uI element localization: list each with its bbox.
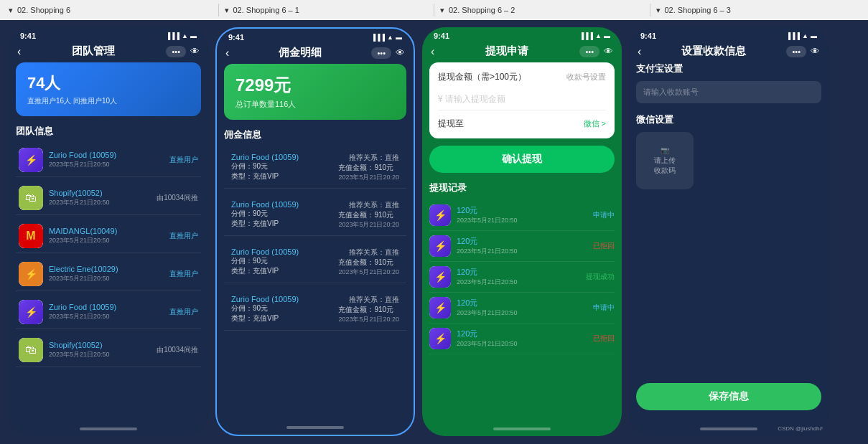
team-info-3: MAIDANGL(10049) 2023年5月21日20:50 xyxy=(49,227,164,245)
mcd-logo: M xyxy=(19,224,43,248)
wr-icon-1: ⚡ xyxy=(429,204,451,226)
team-item-6: 🛍 Shopify(10052) 2023年5月21日20:50 由10034间… xyxy=(16,334,201,367)
comm-d1-2: 分佣：90元 xyxy=(231,209,268,219)
team-date-3: 2023年5月21日20:50 xyxy=(49,236,164,245)
wechat-upload-button[interactable]: 📷 请上传 收款码 xyxy=(636,132,694,189)
chevron-icon-2: ▾ xyxy=(225,6,229,15)
zurio-wr-2: ⚡ xyxy=(429,235,451,257)
withdraw-label: 提现金额（需>100元） xyxy=(438,71,526,83)
comm-relation-4: 推荐关系：直推 xyxy=(338,295,399,305)
account-link[interactable]: 收款号设置 xyxy=(566,72,606,82)
withdraw-to: 提现至 微信 > xyxy=(438,118,606,130)
topbar-label-4: 02. Shopping 6 – 3 xyxy=(665,6,731,14)
comm-type-3: 类型：充值VIP xyxy=(231,266,279,276)
comm-left-1: Zurio Food (10059) 分佣：90元 类型：充值VIP xyxy=(231,153,299,181)
upload-icon: 📷 xyxy=(661,146,669,156)
comm-relation-2: 推荐关系：直推 xyxy=(338,200,399,210)
more-button-4[interactable]: ••• xyxy=(786,46,806,57)
comm-date-4: 2023年5月21日20:20 xyxy=(338,315,399,324)
team-date-5: 2023年5月21日20:50 xyxy=(49,312,164,321)
wr-item-4: ⚡ 120元 2023年5月21日20:50 申请中 xyxy=(429,293,615,323)
shopify-logo-1: 🛍 xyxy=(19,186,43,210)
team-tag-5: 直推用户 xyxy=(169,307,198,317)
comm-charge-3: 充值金额：910元 xyxy=(338,258,399,268)
comm-amount-1: 充值金额：910元 xyxy=(338,163,393,173)
more-button-3[interactable]: ••• xyxy=(579,46,599,57)
hero-order: 总订单数量116人 xyxy=(235,99,395,110)
comm-date-3: 2023年5月21日20:20 xyxy=(338,268,399,277)
team-tag-3: 直推用户 xyxy=(169,231,198,241)
comm-details-4b: 类型：充值VIP xyxy=(231,313,299,323)
team-name-3: MAIDANGL(10049) xyxy=(49,227,164,235)
wifi-icon-2: ▲ xyxy=(387,34,393,41)
comm-right-2: 推荐关系：直推 充值金额：910元 2023年5月21日20:20 xyxy=(338,200,399,230)
confirm-withdraw-button[interactable]: 确认提现 xyxy=(429,146,615,173)
wr-amount-1: 120元 xyxy=(457,205,587,216)
nav-actions-1: ••• 👁 xyxy=(166,46,200,57)
wechat-section: 微信设置 📷 请上传 收款码 xyxy=(636,113,821,189)
comm-relation-3: 推荐关系：直推 xyxy=(338,247,399,258)
zurio-wr-3: ⚡ xyxy=(429,266,451,288)
battery-icon-3: ▬ xyxy=(604,32,610,39)
team-item-4: ⚡ Electric Ene(10029) 2023年5月21日20:50 直推… xyxy=(16,258,201,291)
team-name-5: Zurio Food (10059) xyxy=(49,303,164,311)
wr-status-4: 申请中 xyxy=(593,303,615,313)
team-name-1: Zurio Food (10059) xyxy=(49,151,164,159)
nav-bar-4: ‹ 设置收款信息 ••• 👁 xyxy=(629,42,829,62)
alipay-input[interactable]: 请输入收款账号 xyxy=(636,81,821,103)
battery-icon-4: ▬ xyxy=(811,32,817,39)
team-icon-shopify-1: 🛍 xyxy=(19,186,43,210)
signal-icon: ▐▐▐ xyxy=(166,32,179,39)
signal-icon-3: ▐▐▐ xyxy=(579,32,593,39)
eye-button-2[interactable]: 👁 xyxy=(396,47,405,58)
nav-title-1: 团队管理 xyxy=(21,44,166,58)
nav-bar-3: ‹ 提现申请 ••• 👁 xyxy=(422,42,622,62)
hero-card-1: 74人 直推用户16人 间推用户10人 xyxy=(16,62,201,116)
wr-amount-5: 120元 xyxy=(457,329,587,339)
divider-2 xyxy=(434,4,434,16)
records-title: 提现记录 xyxy=(429,181,615,194)
withdraw-wechat-value[interactable]: 微信 > xyxy=(584,118,606,129)
bottom-bar-3 xyxy=(422,425,622,436)
team-icon-zurio-1: ⚡ xyxy=(19,148,43,172)
team-tag-1: 直推用户 xyxy=(169,155,198,165)
comm-details-3: 分佣：90元 xyxy=(231,256,299,266)
topbar-section-4: ▾ 02. Shopping 6 – 3 xyxy=(653,6,863,15)
eye-button-1[interactable]: 👁 xyxy=(190,46,200,57)
team-name-6: Shopify(10052) xyxy=(49,341,151,349)
withdraw-header: 提现金额（需>100元） 收款号设置 xyxy=(438,71,606,83)
zurio-wr-1: ⚡ xyxy=(429,204,451,226)
wr-date-2: 2023年5月21日20:50 xyxy=(457,247,587,256)
save-info-button[interactable]: 保存信息 xyxy=(636,383,821,410)
bottom-bar-2 xyxy=(217,423,414,435)
wr-amount-4: 120元 xyxy=(457,298,587,308)
team-icon-shopify-2: 🛍 xyxy=(19,338,43,362)
chevron-icon-1: ▾ xyxy=(9,6,13,15)
zurio-logo-2: ⚡ xyxy=(19,300,43,324)
more-button-2[interactable]: ••• xyxy=(371,47,391,59)
home-indicator-3 xyxy=(493,428,551,430)
withdraw-input[interactable]: ¥ 请输入提现金额 xyxy=(438,89,606,110)
bottom-bar-1 xyxy=(9,425,208,436)
wr-status-2: 已拒回 xyxy=(593,241,615,251)
alipay-title: 支付宝设置 xyxy=(636,62,821,75)
team-info-4: Electric Ene(10029) 2023年5月21日20:50 xyxy=(49,265,164,283)
comm-name-3: Zurio Food (10059) xyxy=(231,247,299,256)
eye-button-3[interactable]: 👁 xyxy=(604,46,613,57)
team-date-1: 2023年5月21日20:50 xyxy=(49,160,164,169)
comm-name-4: Zurio Food (10059) xyxy=(231,295,299,303)
battery-icon: ▬ xyxy=(190,32,197,39)
comm-charge-4: 充值金额：910元 xyxy=(338,305,399,315)
nav-title-3: 提现申请 xyxy=(434,44,579,58)
zurio-wr-4: ⚡ xyxy=(429,297,451,318)
more-button-1[interactable]: ••• xyxy=(166,46,186,57)
team-tag-2: 由10034间推 xyxy=(157,193,198,203)
comm-d1-1: 分佣：90元 xyxy=(231,161,268,171)
divider-3 xyxy=(650,4,650,16)
commission-item-2: Zurio Food (10059) 分佣：90元 类型：充值VIP 推荐关系：… xyxy=(224,194,406,236)
eye-button-4[interactable]: 👁 xyxy=(811,46,820,57)
comm-charge-1: 充值金额：910元 xyxy=(338,163,399,173)
comm-details-2: 分佣：90元 xyxy=(231,209,299,219)
team-item-1: ⚡ Zurio Food (10059) 2023年5月21日20:50 直推用… xyxy=(16,143,201,177)
home-indicator-1 xyxy=(80,428,137,430)
